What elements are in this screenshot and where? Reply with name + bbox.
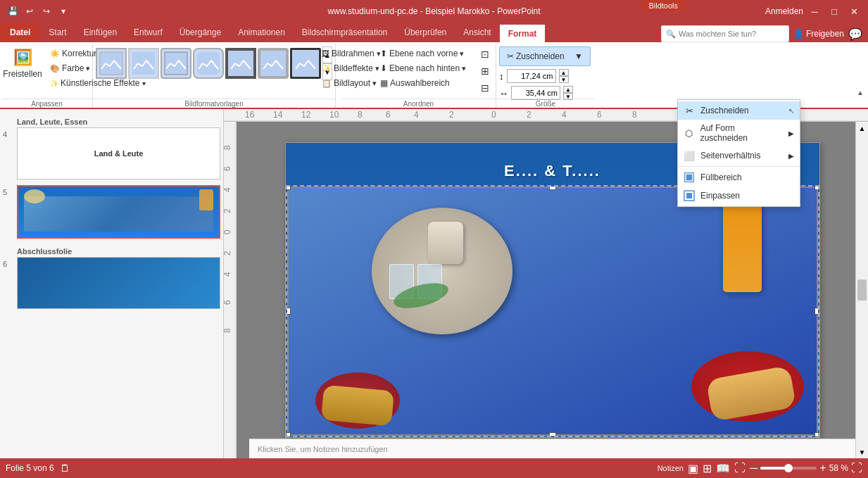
search-box[interactable]: 🔍 [661,25,789,42]
notes-area[interactable]: Klicken Sie, um Notizen hinzuzufügen [249,439,855,458]
zuschneiden-menu-label: Zuschneiden [700,106,749,115]
tab-einfuegen[interactable]: Einfügen [75,23,125,42]
freigeben-button[interactable]: 👤 Freigeben [793,29,844,39]
handle-bm[interactable] [549,432,556,437]
auswahlbereich-button[interactable]: ▦ Auswahlbereich [377,76,491,90]
handle-tl[interactable] [286,185,291,190]
minimize-button[interactable]: ─ [806,3,823,20]
tab-datei[interactable]: Datei [0,23,40,42]
view-fullscreen-button[interactable]: ⛶ [734,462,746,474]
height-up-button[interactable]: ▲ [559,69,569,76]
zoom-in-button[interactable]: + [819,462,826,474]
img-style-2[interactable] [128,48,159,79]
svg-text:6: 6 [224,300,232,305]
notizen-button[interactable]: Notizen [658,464,684,472]
image-styles-row [96,48,321,79]
search-input[interactable] [679,30,784,38]
ebene-vorne-button[interactable]: ⬆ Ebene nach vorne ▾ [377,46,491,61]
menu-item-zuschneiden[interactable]: ✂ Zuschneiden ↖ [678,101,800,120]
redo-button[interactable]: ↪ [39,4,54,18]
slide-thumb-5[interactable] [17,185,220,239]
handle-tm[interactable] [549,185,556,190]
handle-ml[interactable] [286,308,291,315]
svg-text:16: 16 [245,110,255,120]
tab-ueberpruefen[interactable]: Überprüfen [396,23,455,42]
svg-text:4: 4 [414,110,419,120]
tab-bildschirm[interactable]: Bildschirmpräsentation [294,23,396,42]
tab-start[interactable]: Start [40,23,75,42]
img-style-6[interactable] [258,48,289,79]
svg-text:6: 6 [386,110,391,120]
view-normal-button[interactable]: ▣ [688,462,698,475]
freigeben-label: Freigeben [806,29,844,39]
close-button[interactable]: ✕ [845,3,862,20]
undo-button[interactable]: ↩ [23,4,37,18]
view-grid-button[interactable]: ⊞ [703,462,712,475]
menu-item-fuellbereich[interactable]: Füllbereich [678,168,800,187]
zoom-out-button[interactable]: ─ [750,462,757,474]
einpassen-icon [684,190,695,201]
img-style-3[interactable] [161,48,191,79]
height-down-button[interactable]: ▼ [559,76,569,83]
img-style-1[interactable] [96,48,127,79]
freistellen-button[interactable]: 🖼️ Freistellen [4,46,41,83]
align-btn-3[interactable]: ⊟ [477,80,493,96]
fit-to-window-button[interactable]: ⛶ [851,462,862,474]
slide-item-6[interactable]: 6 [3,257,220,309]
width-input[interactable] [511,86,560,100]
scrollbar-vertical[interactable]: ▲ ▼ [855,122,868,458]
tab-format[interactable]: Format [500,23,546,42]
slide-thumb-4[interactable]: Land & Leute [17,127,220,180]
zuschneiden-dropdown-arrow[interactable]: ▼ [574,51,583,61]
maximize-button[interactable]: □ [826,3,843,20]
ribbon-group-bildformat: ▲ ▼ 🖼 Bildrahmen ▾ ✨ Bildeffekte ▾ 📋 Bil… [93,44,336,108]
slide-thumb-6[interactable] [17,257,220,309]
ribbon-group-groesse: ✂ Zuschneiden ▼ ↕ ▲ ▼ ↔ ▲ ▼ [496,44,595,108]
menu-item-auf-form[interactable]: ⬡ Auf Form zuschneiden ▶ [678,120,800,146]
svg-text:2: 2 [224,251,232,256]
menu-item-einpassen[interactable]: Einpassen [678,187,800,205]
handle-br[interactable] [814,432,819,437]
img-style-4[interactable] [193,48,224,79]
height-input[interactable] [507,69,556,83]
zoom-slider[interactable] [760,467,817,470]
handle-mr[interactable] [814,308,819,315]
align-btn-2[interactable]: ⊞ [477,63,493,79]
svg-text:6: 6 [224,166,232,171]
customize-qa-button[interactable]: ▾ [56,4,70,18]
tab-uebergaenge[interactable]: Übergänge [171,23,229,42]
slide-item-5[interactable]: 5 [3,185,220,239]
view-reading-button[interactable]: 📖 [716,462,730,475]
seitenverhaeltnis-arrow: ▶ [788,152,794,160]
align-btn-1[interactable]: ⊡ [477,46,493,62]
zuschneiden-icon: ✂ [507,51,514,61]
slide-item-4[interactable]: 4 Land & Leute [3,127,220,180]
auf-form-label: Auf Form zuschneiden [700,123,783,143]
ebene-hinten-button[interactable]: ⬇ Ebene nach hinten ▾ [377,61,491,75]
scroll-down-button[interactable]: ▼ [856,446,868,458]
anmelden-label[interactable]: Anmelden [765,6,803,16]
tab-entwurf[interactable]: Entwurf [125,23,171,42]
ribbon-collapse-button[interactable]: ▲ [857,89,864,96]
main-image[interactable] [286,185,819,437]
tab-animationen[interactable]: Animationen [229,23,294,42]
scrollbar-thumb[interactable] [857,279,867,301]
save-button[interactable]: 💾 [6,4,20,18]
zuschneiden-menu-icon: ✂ [684,105,695,116]
img-style-7[interactable] [290,48,321,79]
ribbon-group-anordnen: ⬆ Ebene nach vorne ▾ ⬇ Ebene nach hinten… [341,44,496,108]
zoom-thumb[interactable] [784,464,793,472]
img-style-5[interactable] [225,48,256,79]
svg-text:0: 0 [491,110,496,120]
zuschneiden-button[interactable]: ✂ Zuschneiden ▼ [499,46,591,66]
ruler-vertical: 8 6 4 2 0 2 4 6 8 [224,122,237,458]
menu-item-seitenverhaeltnis[interactable]: ⬜ Seitenverhältnis ▶ [678,146,800,165]
handle-tr[interactable] [814,185,819,190]
width-up-button[interactable]: ▲ [563,86,573,93]
svg-text:10: 10 [329,110,339,120]
scroll-up-button[interactable]: ▲ [856,122,868,134]
handle-bl[interactable] [286,432,291,437]
comment-button[interactable]: 💬 [848,27,862,41]
tab-ansicht[interactable]: Ansicht [455,23,499,42]
section-label-3: Land, Leute, Essen [3,115,220,127]
